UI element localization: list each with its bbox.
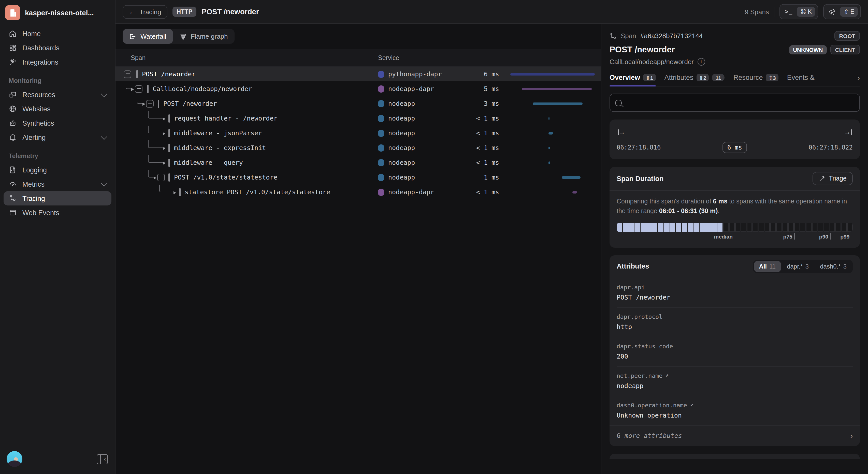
waterfall-row[interactable]: middleware - expressInitnodeapp< 1 ms <box>116 140 601 155</box>
sidebar-item-synthetics[interactable]: Synthetics <box>4 116 112 130</box>
service-name: nodeapp <box>388 173 415 181</box>
dashboards-icon <box>9 44 17 52</box>
span-duration: 1 ms <box>468 173 501 181</box>
search-icon <box>615 99 622 106</box>
websites-icon <box>9 105 17 113</box>
span-bar[interactable] <box>522 88 592 90</box>
collapse-sidebar-icon[interactable] <box>97 454 108 464</box>
attribute-row: dapr.protocolhttp <box>617 308 853 337</box>
command-palette-button[interactable]: >_ ⌘ K <box>780 4 818 19</box>
sidebar-item-websites[interactable]: Websites <box>4 102 112 116</box>
waterfall-row[interactable]: request handler - /newordernodeapp< 1 ms <box>116 111 601 126</box>
filter-dapr[interactable]: dapr.* 3 <box>782 261 814 272</box>
nav-section-title: Monitoring <box>4 69 112 88</box>
tab-events-[interactable]: Events & <box>787 74 814 86</box>
topbar: ← Tracing HTTP POST /neworder 9 Spans >_… <box>116 0 868 24</box>
filter-all[interactable]: All 11 <box>754 261 781 272</box>
histogram-segment <box>629 223 634 232</box>
sidebar-item-metrics[interactable]: Metrics <box>4 177 112 191</box>
sidebar-item-tracing[interactable]: Tracing <box>4 191 112 206</box>
histogram-segment <box>658 223 663 232</box>
triage-button[interactable]: Triage <box>812 172 853 185</box>
tab-waterfall[interactable]: Waterfall <box>123 29 173 44</box>
sidebar-item-resources[interactable]: Resources <box>4 88 112 102</box>
span-bar[interactable] <box>549 147 550 149</box>
attribute-search[interactable] <box>610 94 860 112</box>
span-bar[interactable] <box>548 132 553 134</box>
sidebar-item-home[interactable]: Home <box>4 27 112 41</box>
span-bar[interactable] <box>510 73 595 75</box>
span-detail-panel: Span #a6a328b7b7132144 ROOT POST /neword… <box>601 24 868 474</box>
external-link-icon[interactable]: ⬈ <box>690 402 693 409</box>
timeline-card: → → 06:27:18.816 6 ms 06:27:18.822 <box>610 120 860 159</box>
sidebar-item-label: Web Events <box>22 209 59 216</box>
sidebar-item-web-events[interactable]: Web Events <box>4 206 112 220</box>
span-duration: < 1 ms <box>468 144 501 152</box>
histogram-segment <box>652 223 658 232</box>
histogram-segment <box>758 223 764 232</box>
tab-label: Attributes <box>664 74 693 82</box>
span-bar[interactable] <box>548 117 550 120</box>
waterfall-icon <box>129 33 136 40</box>
timeline-end-icon: → <box>844 128 852 136</box>
histogram-segment <box>670 223 675 232</box>
tab-resource[interactable]: Resource⇧3 <box>734 74 778 86</box>
span-guide-bar <box>136 70 137 78</box>
span-guide-bar <box>168 158 170 166</box>
collapse-span-toggle[interactable] <box>124 70 131 78</box>
back-to-tracing-button[interactable]: ← Tracing <box>123 5 167 19</box>
percentile-label: p90 <box>819 233 830 240</box>
waterfall-row[interactable]: middleware - jsonParsernodeapp< 1 ms <box>116 126 601 140</box>
search-input[interactable] <box>626 98 854 107</box>
histogram-segment <box>753 223 758 232</box>
tab-overview[interactable]: Overview⇧1 <box>610 74 656 86</box>
sidebar-item-integrations[interactable]: Integrations <box>4 55 112 69</box>
sidebar-item-alerting[interactable]: Alerting <box>4 130 112 145</box>
span-bar[interactable] <box>572 191 577 193</box>
percentile-tick <box>830 233 831 240</box>
service-color-swatch <box>378 174 384 181</box>
filter-count: 3 <box>805 263 809 270</box>
span-bar[interactable] <box>562 176 581 179</box>
waterfall-row[interactable]: POST /v1.0/state/statestorenodeapp1 ms <box>116 170 601 185</box>
service-color-swatch <box>378 144 384 151</box>
span-duration-card: Span Duration Triage Comparing this span… <box>610 167 860 248</box>
external-link-icon[interactable]: ⬈ <box>665 373 669 379</box>
service-color-swatch <box>378 159 384 166</box>
tab-flame-graph[interactable]: Flame graph <box>173 29 235 44</box>
timeline-line <box>630 132 839 132</box>
attribute-row: net.peer.name ⬈nodeapp <box>617 367 853 396</box>
span-bar[interactable] <box>533 102 583 105</box>
span-name: middleware - expressInit <box>116 144 266 152</box>
tabs-scroll-icon[interactable]: › <box>857 73 860 86</box>
histogram-segment <box>688 223 693 232</box>
sidebar-item-label: Websites <box>22 105 51 113</box>
sidebar-item-logging[interactable]: Logging <box>4 163 112 177</box>
sidebar-item-dashboards[interactable]: Dashboards <box>4 41 112 55</box>
percentile-label: p99 <box>840 233 851 240</box>
span-duration: 6 ms <box>468 70 501 78</box>
span-title: POST /neworder <box>610 45 785 55</box>
waterfall-row[interactable]: statestore POST /v1.0/state/statestoreno… <box>116 185 601 199</box>
workspace-switcher[interactable]: kasper-nissen-otel... <box>0 0 115 24</box>
more-attributes-button[interactable]: 6 more attributes › <box>610 425 860 446</box>
waterfall-row[interactable]: POST /neworderpythonapp-dapr6 ms <box>116 67 601 82</box>
collapse-span-toggle[interactable] <box>146 100 154 107</box>
user-avatar[interactable] <box>7 451 22 467</box>
span-bar[interactable] <box>549 161 550 164</box>
waterfall-row[interactable]: middleware - querynodeapp< 1 ms <box>116 155 601 170</box>
synthetics-icon <box>9 119 17 127</box>
filter-dash0[interactable]: dash0.* 3 <box>815 261 852 272</box>
trace-area: Waterfall Flame graph Span Service POST … <box>116 24 601 474</box>
waterfall-row[interactable]: POST /newordernodeapp3 ms <box>116 96 601 111</box>
sidebar-item-label: Metrics <box>22 180 44 188</box>
waterfall-row[interactable]: CallLocal/nodeapp/newordernodeapp-dapr5 … <box>116 82 601 96</box>
collapse-span-toggle[interactable] <box>135 85 143 93</box>
span-count: 9 Spans <box>745 8 769 15</box>
tab-attributes[interactable]: Attributes⇧211 <box>664 74 725 86</box>
info-icon[interactable] <box>697 58 705 66</box>
explore-button[interactable]: ⇧ E <box>824 4 861 19</box>
collapse-span-toggle[interactable] <box>157 173 165 181</box>
more-count: 6 <box>617 432 620 439</box>
tab-waterfall-label: Waterfall <box>141 33 166 40</box>
